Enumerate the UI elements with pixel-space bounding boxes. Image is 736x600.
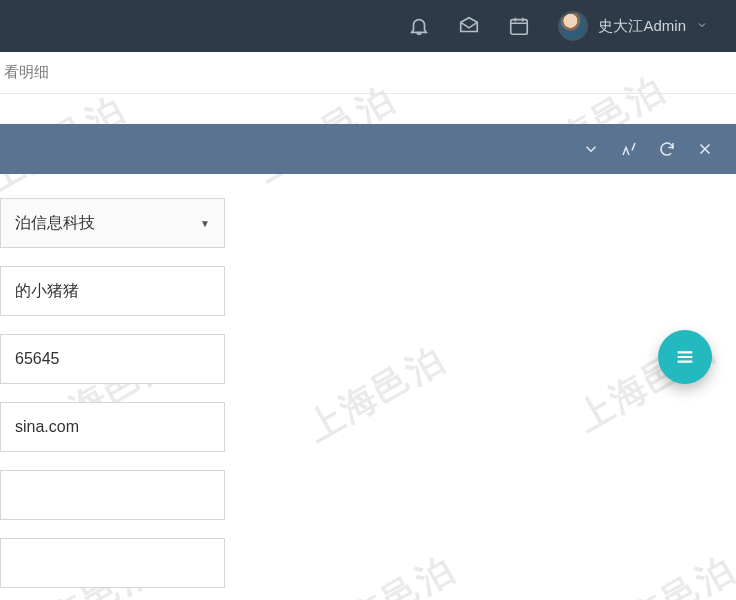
phone-value: 65645 — [15, 350, 60, 368]
breadcrumb-title: 看明细 — [4, 63, 49, 82]
user-name-label: 史大江Admin — [598, 17, 686, 36]
chevron-down-icon[interactable] — [582, 140, 600, 158]
company-value: 泊信息科技 — [15, 213, 95, 234]
nickname-value: 的小猪猪 — [15, 281, 79, 302]
phone-input[interactable]: 65645 — [0, 334, 225, 384]
email-value: sina.com — [15, 418, 79, 436]
top-navbar: 史大江Admin — [0, 0, 736, 52]
nickname-input[interactable]: 的小猪猪 — [0, 266, 225, 316]
panel-toolbar — [0, 124, 736, 174]
email-input[interactable]: sina.com — [0, 402, 225, 452]
chevron-down-icon — [696, 17, 708, 35]
close-icon[interactable] — [696, 140, 714, 158]
extra-input-2[interactable] — [0, 538, 225, 588]
calendar-icon[interactable] — [508, 15, 530, 37]
avatar — [558, 11, 588, 41]
refresh-icon[interactable] — [658, 140, 676, 158]
select-caret-icon: ▼ — [200, 218, 210, 229]
company-select[interactable]: 泊信息科技 ▼ — [0, 198, 225, 248]
detail-form: 泊信息科技 ▼ 的小猪猪 65645 sina.com — [0, 174, 736, 588]
user-menu[interactable]: 史大江Admin — [558, 11, 708, 41]
extra-input-1[interactable] — [0, 470, 225, 520]
breadcrumb: 看明细 — [0, 52, 736, 94]
svg-rect-0 — [511, 20, 528, 35]
mail-icon[interactable] — [458, 15, 480, 37]
floating-menu-button[interactable] — [658, 330, 712, 384]
notifications-icon[interactable] — [408, 15, 430, 37]
settings-icon[interactable] — [620, 140, 638, 158]
